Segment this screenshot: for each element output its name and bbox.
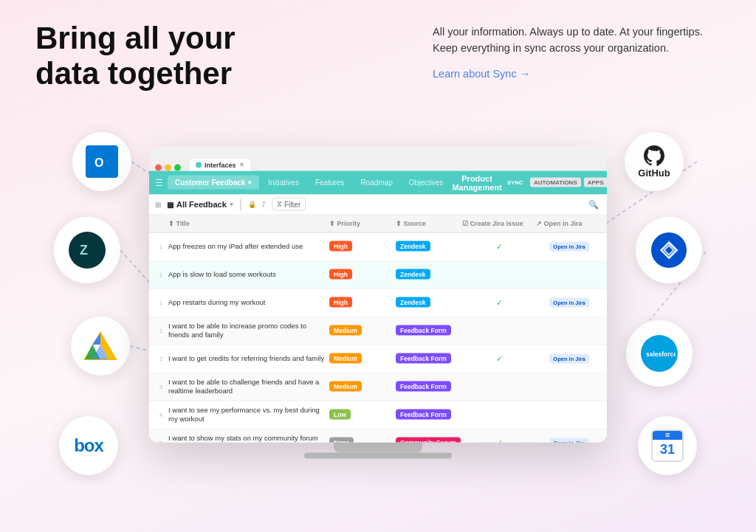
automations-badge[interactable]: AUTOMATIONS [530,178,581,187]
header-description: All your information. Always up to date.… [433,24,721,57]
row-priority: High [329,269,396,280]
open-jira-button[interactable]: Open in Jira [549,353,588,363]
menu-icon-area: ☰ [155,177,163,187]
table-icon: ▦ [167,200,173,208]
outlook-icon: O [72,132,131,191]
apps-badge[interactable]: APPS [584,178,607,187]
salesforce-logo: salesforce [641,335,678,372]
table-row: 1 I want to be able to increase promo co… [149,317,607,345]
table-row: 1 App restarts during my workout High Ze… [149,289,607,317]
interfaces-close[interactable]: ✕ [239,162,244,168]
priority-tag: High [329,269,352,280]
interfaces-label: Interfaces [205,161,236,168]
row-title: I want to be able to increase promo code… [168,321,329,339]
priority-tag: Medium [329,325,362,336]
priority-tag: Medium [329,353,362,364]
row-title: I want to show my stats on my community … [168,433,329,442]
row-open-jira: Open in Jira [536,241,602,251]
lock-icon: 🔒 [248,201,256,208]
table-row: 1 App is slow to load some workouts High… [149,260,607,289]
header-section: Bring all your data together All your in… [35,21,721,92]
filter-button[interactable]: ⧖ Filter [272,198,306,211]
box-icon: box [59,416,118,475]
row-priority: Medium [329,325,396,336]
table-row: 5 I want to show my stats on my communit… [149,429,607,442]
salesforce-icon: salesforce [626,320,693,387]
source-tag: Feedback Form [396,410,451,420]
row-priority: Medium [329,381,396,392]
separator: | [239,198,242,211]
tab-objectives[interactable]: Objectives [402,176,451,190]
view-title: ▦ All Feedback ▾ [167,200,233,209]
priority-tag: High [329,241,352,252]
row-num: 1 [154,271,168,277]
check-icon: ✓ [496,241,503,251]
row-num: 5 [154,439,168,442]
tab-roadmap[interactable]: Roadmap [353,176,399,190]
view-dropdown-icon[interactable]: ▾ [230,201,233,208]
svg-text:O: O [94,156,103,169]
row-jira-check: ✓ [462,438,536,442]
tab-bar: ☰ Customer Feedback × Initiatives Featur… [149,170,607,194]
row-priority: None [329,438,396,443]
window-stand-base [304,452,452,458]
interfaces-tab[interactable]: Interfaces ✕ [190,159,250,170]
table-row: 2 I want to get credits for referring fr… [149,345,607,373]
learn-sync-link[interactable]: Learn about Sync → [433,68,530,80]
row-source: Feedback Form [396,410,462,420]
window-top-bar: Interfaces ✕ [149,147,607,170]
svg-text:Z: Z [80,243,88,258]
open-jira-button[interactable]: Open in Jira [549,438,588,442]
row-num: 2 [154,355,168,362]
tab-initiatives[interactable]: Initiatives [261,176,306,190]
page-wrapper: Bring all your data together All your in… [0,0,756,532]
priority-tag: Medium [329,381,362,392]
check-icon: ✓ [496,297,503,307]
gdrive-icon [71,317,130,376]
row-title: I want to see my performance vs. my best… [168,405,329,424]
tab-features[interactable]: Features [308,176,351,190]
tab-customer-feedback[interactable]: Customer Feedback × [168,176,259,190]
source-tag: Zendesk [396,241,430,252]
hamburger-icon[interactable]: ☰ [155,177,163,187]
search-button[interactable]: 🔍 [586,197,601,212]
row-title: I want to be able to challenge friends a… [168,377,329,395]
priority-tag: High [329,297,352,308]
row-num: 4 [154,411,168,418]
priority-tag: Low [329,410,351,420]
row-num: 1 [154,327,168,334]
table-row: 4 I want to see my performance vs. my be… [149,401,607,429]
row-title: App restarts during my workout [168,297,329,306]
table-row: 1 App freezes on my iPad after extended … [149,232,607,260]
source-tag: Feedback Form [396,353,451,364]
col-jira-open: ↗ Open in Jira [536,220,602,227]
github-icon: GitHub [625,132,684,191]
window-title: Product Management [452,173,501,191]
view-label: All Feedback [176,200,227,209]
grid-icon: ⊞ [155,200,161,208]
row-priority: High [329,297,396,308]
open-jira-button[interactable]: Open in Jira [549,241,588,251]
open-jira-button[interactable]: Open in Jira [549,297,588,307]
row-source: Zendesk [396,297,462,308]
app-window: Interfaces ✕ ☰ Customer Feedback × Initi… [149,147,607,442]
row-source: Feedback Form [396,325,462,336]
row-priority: Low [329,410,396,420]
row-open-jira: Open in Jira [536,297,602,307]
header-right: All your information. Always up to date.… [433,21,721,80]
feedback-table: ⬆ Title ⬆ Priority ⬆ Source ☑ Create Jir… [149,215,607,442]
row-open-jira: Open in Jira [536,353,602,363]
row-source: Zendesk [396,269,462,280]
zendesk-icon: Z [54,217,120,283]
check-icon: ✓ [496,438,503,442]
sync-badge[interactable]: SYNC [504,178,527,187]
filter-icon: ⧖ [277,200,282,209]
box-logo: box [74,435,103,456]
share-icon: ⤴ [262,201,266,208]
tab-bar-actions: SYNC AUTOMATIONS APPS U [504,175,607,190]
row-title: App is slow to load some workouts [168,269,329,278]
integrations-area: O Z box [35,110,721,508]
close-dot [155,164,162,170]
table-body: 1 App freezes on my iPad after extended … [149,232,607,442]
filter-label: Filter [284,200,300,208]
